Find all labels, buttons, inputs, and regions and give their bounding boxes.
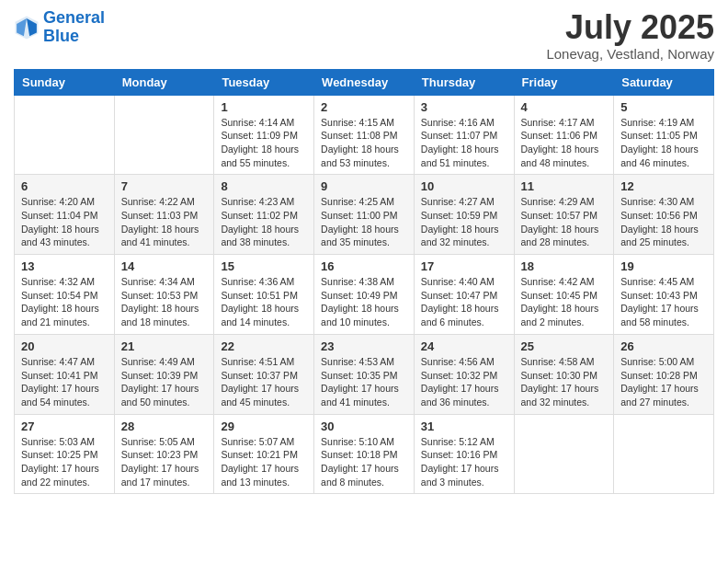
calendar-week-row: 13Sunrise: 4:32 AM Sunset: 10:54 PM Dayl…	[15, 255, 714, 335]
day-info: Sunrise: 4:27 AM Sunset: 10:59 PM Daylig…	[421, 195, 507, 249]
day-number: 7	[121, 179, 208, 193]
day-number: 9	[321, 179, 407, 193]
day-info: Sunrise: 4:51 AM Sunset: 10:37 PM Daylig…	[221, 355, 307, 409]
page-container: General Blue July 2025 Lonevag, Vestland…	[0, 0, 728, 503]
table-row: 1Sunrise: 4:14 AM Sunset: 11:09 PM Dayli…	[214, 95, 314, 175]
day-number: 12	[620, 179, 707, 193]
header: General Blue July 2025 Lonevag, Vestland…	[14, 9, 714, 62]
day-info: Sunrise: 4:16 AM Sunset: 11:07 PM Daylig…	[421, 116, 507, 170]
table-row: 5Sunrise: 4:19 AM Sunset: 11:05 PM Dayli…	[614, 95, 714, 175]
table-row: 27Sunrise: 5:03 AM Sunset: 10:25 PM Dayl…	[15, 414, 115, 494]
day-info: Sunrise: 4:25 AM Sunset: 11:00 PM Daylig…	[321, 195, 407, 249]
table-row: 15Sunrise: 4:36 AM Sunset: 10:51 PM Dayl…	[214, 255, 314, 335]
day-number: 26	[620, 339, 707, 353]
calendar-week-row: 27Sunrise: 5:03 AM Sunset: 10:25 PM Dayl…	[15, 414, 714, 494]
day-number: 20	[21, 339, 108, 353]
logo-line2: Blue	[43, 27, 79, 45]
day-info: Sunrise: 4:29 AM Sunset: 10:57 PM Daylig…	[521, 195, 608, 249]
day-number: 23	[321, 339, 407, 353]
day-number: 2	[321, 100, 407, 114]
col-friday: Friday	[514, 69, 614, 95]
day-number: 21	[121, 339, 208, 353]
day-info: Sunrise: 4:14 AM Sunset: 11:09 PM Daylig…	[221, 116, 307, 170]
day-number: 31	[421, 419, 507, 433]
table-row: 6Sunrise: 4:20 AM Sunset: 11:04 PM Dayli…	[15, 175, 115, 255]
logo-text: General Blue	[43, 9, 105, 46]
day-info: Sunrise: 4:36 AM Sunset: 10:51 PM Daylig…	[221, 275, 307, 329]
table-row: 8Sunrise: 4:23 AM Sunset: 11:02 PM Dayli…	[214, 175, 314, 255]
table-row: 3Sunrise: 4:16 AM Sunset: 11:07 PM Dayli…	[414, 95, 514, 175]
table-row: 16Sunrise: 4:38 AM Sunset: 10:49 PM Dayl…	[314, 255, 415, 335]
day-number: 3	[421, 100, 507, 114]
table-row: 31Sunrise: 5:12 AM Sunset: 10:16 PM Dayl…	[414, 414, 514, 494]
logo-line1: General	[43, 8, 105, 27]
day-info: Sunrise: 4:23 AM Sunset: 11:02 PM Daylig…	[221, 195, 307, 249]
day-info: Sunrise: 5:00 AM Sunset: 10:28 PM Daylig…	[620, 355, 707, 409]
day-number: 29	[221, 419, 307, 433]
table-row: 23Sunrise: 4:53 AM Sunset: 10:35 PM Dayl…	[314, 334, 415, 414]
day-info: Sunrise: 4:38 AM Sunset: 10:49 PM Daylig…	[321, 275, 407, 329]
day-info: Sunrise: 4:45 AM Sunset: 10:43 PM Daylig…	[620, 275, 707, 329]
table-row: 2Sunrise: 4:15 AM Sunset: 11:08 PM Dayli…	[314, 95, 415, 175]
day-number: 27	[21, 419, 108, 433]
table-row: 20Sunrise: 4:47 AM Sunset: 10:41 PM Dayl…	[15, 334, 115, 414]
day-info: Sunrise: 4:15 AM Sunset: 11:08 PM Daylig…	[321, 116, 407, 170]
day-number: 22	[221, 339, 307, 353]
logo-icon	[14, 15, 40, 40]
day-number: 30	[321, 419, 407, 433]
day-number: 1	[221, 100, 307, 114]
logo: General Blue	[14, 9, 105, 46]
day-info: Sunrise: 4:22 AM Sunset: 11:03 PM Daylig…	[121, 195, 208, 249]
day-info: Sunrise: 5:05 AM Sunset: 10:23 PM Daylig…	[121, 435, 208, 489]
table-row: 9Sunrise: 4:25 AM Sunset: 11:00 PM Dayli…	[314, 175, 415, 255]
calendar-location: Lonevag, Vestland, Norway	[546, 46, 714, 62]
day-info: Sunrise: 4:20 AM Sunset: 11:04 PM Daylig…	[21, 195, 108, 249]
table-row: 22Sunrise: 4:51 AM Sunset: 10:37 PM Dayl…	[214, 334, 314, 414]
day-info: Sunrise: 4:34 AM Sunset: 10:53 PM Daylig…	[121, 275, 208, 329]
title-block: July 2025 Lonevag, Vestland, Norway	[546, 9, 714, 62]
table-row: 26Sunrise: 5:00 AM Sunset: 10:28 PM Dayl…	[614, 334, 714, 414]
table-row: 14Sunrise: 4:34 AM Sunset: 10:53 PM Dayl…	[114, 255, 214, 335]
col-tuesday: Tuesday	[214, 69, 314, 95]
day-number: 4	[521, 100, 608, 114]
calendar-week-row: 20Sunrise: 4:47 AM Sunset: 10:41 PM Dayl…	[15, 334, 714, 414]
day-info: Sunrise: 4:58 AM Sunset: 10:30 PM Daylig…	[521, 355, 608, 409]
day-number: 10	[421, 179, 507, 193]
table-row	[114, 95, 214, 175]
day-number: 18	[521, 259, 608, 273]
table-row: 18Sunrise: 4:42 AM Sunset: 10:45 PM Dayl…	[514, 255, 614, 335]
day-info: Sunrise: 4:42 AM Sunset: 10:45 PM Daylig…	[521, 275, 608, 329]
day-info: Sunrise: 4:53 AM Sunset: 10:35 PM Daylig…	[321, 355, 407, 409]
day-number: 15	[221, 259, 307, 273]
table-row	[15, 95, 115, 175]
table-row: 29Sunrise: 5:07 AM Sunset: 10:21 PM Dayl…	[214, 414, 314, 494]
day-number: 19	[620, 259, 707, 273]
table-row	[514, 414, 614, 494]
calendar-header-row: Sunday Monday Tuesday Wednesday Thursday…	[15, 69, 714, 95]
day-info: Sunrise: 4:40 AM Sunset: 10:47 PM Daylig…	[421, 275, 507, 329]
day-number: 24	[421, 339, 507, 353]
calendar-week-row: 1Sunrise: 4:14 AM Sunset: 11:09 PM Dayli…	[15, 95, 714, 175]
table-row: 24Sunrise: 4:56 AM Sunset: 10:32 PM Dayl…	[414, 334, 514, 414]
day-info: Sunrise: 5:10 AM Sunset: 10:18 PM Daylig…	[321, 435, 407, 489]
table-row: 10Sunrise: 4:27 AM Sunset: 10:59 PM Dayl…	[414, 175, 514, 255]
day-number: 17	[421, 259, 507, 273]
day-info: Sunrise: 5:07 AM Sunset: 10:21 PM Daylig…	[221, 435, 307, 489]
table-row: 30Sunrise: 5:10 AM Sunset: 10:18 PM Dayl…	[314, 414, 415, 494]
table-row: 17Sunrise: 4:40 AM Sunset: 10:47 PM Dayl…	[414, 255, 514, 335]
day-info: Sunrise: 4:47 AM Sunset: 10:41 PM Daylig…	[21, 355, 108, 409]
day-info: Sunrise: 4:19 AM Sunset: 11:05 PM Daylig…	[620, 116, 707, 170]
day-info: Sunrise: 4:17 AM Sunset: 11:06 PM Daylig…	[521, 116, 608, 170]
col-saturday: Saturday	[614, 69, 714, 95]
col-thursday: Thursday	[414, 69, 514, 95]
day-info: Sunrise: 4:30 AM Sunset: 10:56 PM Daylig…	[620, 195, 707, 249]
table-row: 11Sunrise: 4:29 AM Sunset: 10:57 PM Dayl…	[514, 175, 614, 255]
calendar-week-row: 6Sunrise: 4:20 AM Sunset: 11:04 PM Dayli…	[15, 175, 714, 255]
day-number: 8	[221, 179, 307, 193]
day-number: 6	[21, 179, 108, 193]
table-row	[614, 414, 714, 494]
day-number: 28	[121, 419, 208, 433]
day-info: Sunrise: 5:12 AM Sunset: 10:16 PM Daylig…	[421, 435, 507, 489]
col-wednesday: Wednesday	[314, 69, 415, 95]
day-info: Sunrise: 4:32 AM Sunset: 10:54 PM Daylig…	[21, 275, 108, 329]
